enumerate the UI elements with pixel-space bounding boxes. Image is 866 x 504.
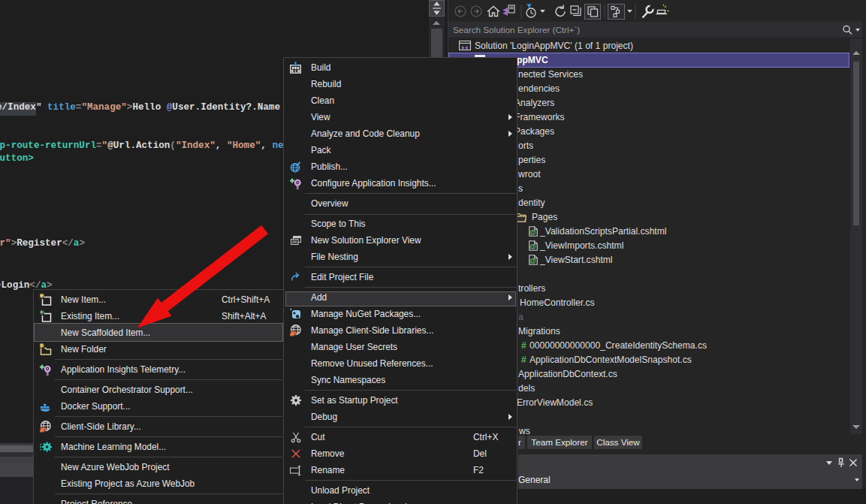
svg-text:@: @ bbox=[530, 256, 536, 264]
svg-text:@: @ bbox=[530, 228, 536, 236]
svg-text:@: @ bbox=[530, 242, 536, 250]
